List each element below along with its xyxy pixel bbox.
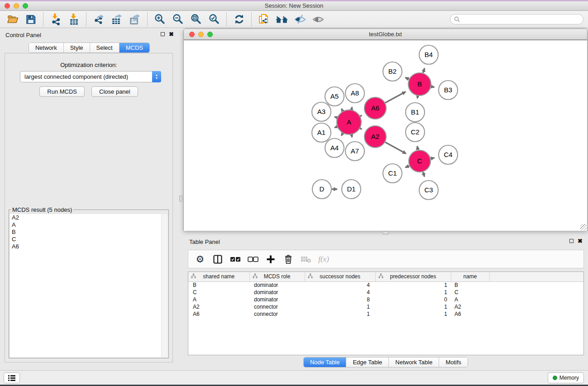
cell[interactable]: 1 — [375, 310, 451, 318]
graphics-details-icon[interactable] — [291, 12, 309, 27]
node-B4[interactable]: B4 — [419, 45, 438, 64]
vertical-split-grip[interactable] — [179, 195, 182, 202]
edge-A-A1[interactable] — [335, 127, 337, 128]
search-input[interactable] — [463, 16, 579, 23]
cell[interactable]: A6 — [451, 310, 489, 318]
cell[interactable]: 4 — [305, 281, 375, 289]
mcds-result-item[interactable]: A — [10, 221, 167, 229]
cell[interactable]: 0 — [375, 296, 451, 303]
edge-B-B4[interactable] — [423, 68, 425, 73]
edge-A-A4[interactable] — [341, 133, 343, 136]
table-row[interactable]: Cdominator41C — [188, 289, 583, 296]
node-C3[interactable]: C3 — [419, 181, 438, 200]
deselect-all-icon[interactable] — [248, 253, 258, 266]
first-neighbors-icon[interactable] — [273, 12, 291, 27]
apply-layout-icon[interactable] — [230, 12, 248, 27]
edge-A-A8[interactable] — [352, 107, 352, 110]
run-mcds-button[interactable]: Run MCDS — [39, 86, 85, 97]
edge-C-C4[interactable] — [430, 158, 434, 159]
network-graph[interactable]: B4B2BB3A5A8A6A3B1AA1C2A2A4A7C4CC1C3DD1 — [184, 40, 587, 230]
zoom-selected-icon[interactable] — [205, 12, 223, 27]
node-D[interactable]: D — [312, 180, 331, 199]
edge-C-C1[interactable] — [405, 166, 409, 167]
column-header-shared-name[interactable]: shared name — [188, 272, 249, 281]
mcds-result-list[interactable]: A2ABCA6 — [10, 214, 167, 357]
search-box[interactable] — [450, 14, 583, 24]
node-A4[interactable]: A4 — [325, 138, 344, 157]
node-A7[interactable]: A7 — [345, 142, 364, 161]
table-settings-icon[interactable]: ⚙ — [195, 253, 206, 266]
import-table-icon[interactable] — [65, 12, 83, 27]
birdseye-view-icon[interactable] — [309, 12, 327, 27]
table-row[interactable]: Bdominator41B — [188, 281, 583, 289]
mcds-result-item[interactable]: C — [10, 236, 167, 243]
cell[interactable]: 1 — [375, 281, 451, 289]
edge-C-C3[interactable] — [423, 172, 424, 177]
cell[interactable]: 1 — [375, 303, 451, 310]
table-row[interactable]: A6connector11A6 — [188, 310, 583, 318]
table-row[interactable]: A2connector11A2 — [188, 303, 583, 310]
node-B2[interactable]: B2 — [383, 62, 402, 81]
cell[interactable]: A — [451, 296, 489, 303]
node-B[interactable]: B — [408, 73, 431, 95]
export-image-icon[interactable] — [126, 12, 144, 27]
cell[interactable]: 8 — [305, 296, 375, 303]
zoom-in-icon[interactable] — [151, 12, 169, 27]
cell[interactable]: dominator — [249, 296, 305, 303]
column-header-successor-nodes[interactable]: successor nodes — [305, 272, 375, 281]
cell[interactable]: dominator — [249, 281, 305, 289]
mcds-result-item[interactable]: A6 — [10, 243, 167, 250]
table-row[interactable]: Adominator80A — [188, 296, 583, 303]
cell[interactable]: C — [451, 289, 489, 296]
task-history-button[interactable] — [4, 372, 20, 383]
criterion-dropdown[interactable]: largest connected component (directed) ▲… — [20, 71, 161, 82]
tab-mcds[interactable]: MCDS — [120, 43, 149, 52]
node-C[interactable]: C — [409, 150, 430, 172]
cell[interactable]: connector — [249, 310, 305, 318]
network-window-titlebar[interactable]: testGlobe.txt — [184, 29, 587, 40]
node-A[interactable]: A — [337, 110, 361, 134]
tab-network[interactable]: Network — [29, 43, 64, 52]
export-table-icon[interactable] — [108, 12, 126, 27]
tab-network-table[interactable]: Network Table — [389, 357, 439, 367]
close-panel-button[interactable]: Close panel — [91, 86, 138, 97]
node-A8[interactable]: A8 — [345, 84, 364, 103]
cell[interactable]: connector — [249, 303, 305, 310]
zoom-fit-icon[interactable] — [187, 12, 205, 27]
show-columns-icon[interactable] — [212, 253, 223, 266]
node-A1[interactable]: A1 — [312, 123, 331, 142]
float-panel-icon[interactable] — [161, 32, 165, 36]
export-network-icon[interactable] — [90, 12, 108, 27]
delete-columns-icon[interactable] — [283, 253, 294, 266]
cell[interactable]: 1 — [305, 303, 375, 310]
tab-style[interactable]: Style — [64, 43, 90, 52]
float-table-panel-icon[interactable] — [569, 239, 574, 243]
cell[interactable]: A2 — [451, 303, 489, 310]
edge-B-B3[interactable] — [431, 86, 434, 87]
cell[interactable]: A6 — [188, 310, 249, 318]
node-A6[interactable]: A6 — [364, 97, 386, 119]
tab-node-table[interactable]: Node Table — [304, 357, 347, 367]
window-resize-grip[interactable] — [580, 224, 587, 230]
node-B3[interactable]: B3 — [439, 81, 458, 100]
edge-A-A5[interactable] — [341, 109, 343, 111]
cell[interactable]: A2 — [188, 303, 249, 310]
cell[interactable]: A — [188, 296, 249, 303]
node-C2[interactable]: C2 — [406, 123, 425, 142]
edge-B-B2[interactable] — [405, 77, 409, 79]
column-header-mcds-role[interactable]: MCDS role — [249, 272, 305, 281]
tab-edge-table[interactable]: Edge Table — [346, 357, 389, 367]
node-C4[interactable]: C4 — [439, 145, 458, 164]
edge-A-A2[interactable] — [360, 129, 362, 129]
edge-C-C2[interactable] — [417, 146, 418, 150]
edge-A-A3[interactable] — [335, 117, 337, 118]
edge-A6-B[interactable] — [385, 92, 406, 103]
node-B1[interactable]: B1 — [406, 103, 425, 122]
cell[interactable]: 1 — [305, 310, 375, 318]
select-all-icon[interactable] — [230, 253, 241, 266]
cell[interactable]: B — [451, 281, 489, 289]
edge-B-B1[interactable] — [417, 96, 418, 99]
tab-motifs[interactable]: Motifs — [439, 357, 468, 367]
memory-button[interactable]: Memory — [548, 372, 584, 383]
close-table-panel-icon[interactable]: ✖ — [578, 238, 583, 243]
